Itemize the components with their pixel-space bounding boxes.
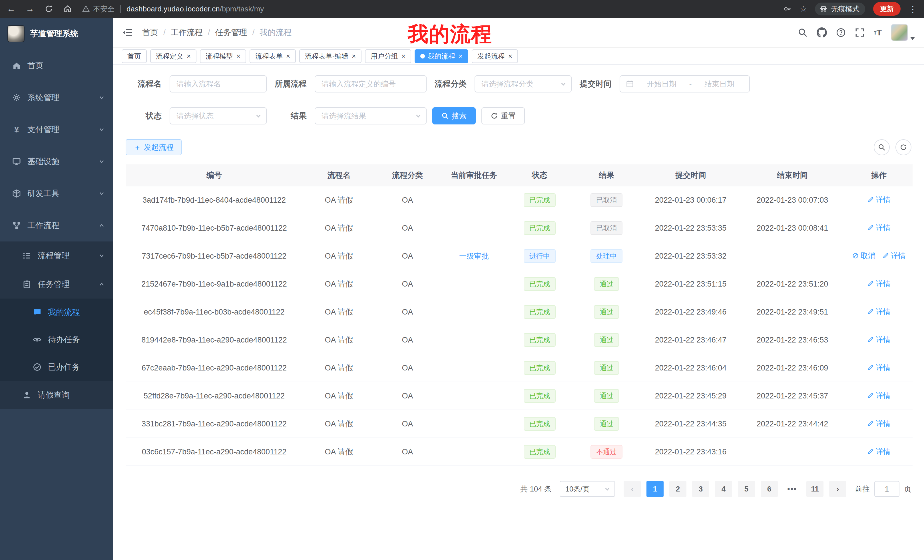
sidebar-item-done-tasks[interactable]: 已办任务 [0,353,113,381]
tab-3[interactable]: 流程模型× [200,49,246,63]
detail-action-link[interactable]: 详情 [867,335,891,345]
tab-close-icon[interactable]: × [508,53,512,60]
tab-8[interactable]: 发起流程× [472,49,518,63]
tab-close-icon[interactable]: × [459,53,463,60]
detail-action-link[interactable]: 详情 [882,251,906,261]
result-select[interactable]: 请选择流结果 [315,107,427,124]
cell-task [440,186,508,214]
tab-5[interactable]: 流程表单-编辑× [299,49,362,63]
github-icon[interactable] [817,27,827,38]
detail-action-link[interactable]: 详情 [867,447,891,457]
tab-4[interactable]: 流程表单× [249,49,296,63]
tab-7[interactable]: 我的流程× [415,49,468,63]
address-bar[interactable]: 不安全 dashboard.yudao.iocoder.cn/bpm/task/… [82,4,264,14]
detail-action-link[interactable]: 详情 [867,279,891,289]
detail-action-link[interactable]: 详情 [867,223,891,233]
monitor-icon [11,156,22,167]
cell-submit-time: 2022-01-22 23:51:15 [642,270,740,298]
tab-close-icon[interactable]: × [402,53,405,60]
detail-action-link[interactable]: 详情 [867,307,891,317]
process-name-input[interactable] [170,75,267,93]
breadcrumb-item[interactable]: 工作流程 [171,27,203,38]
detail-action-link[interactable]: 详情 [867,419,891,429]
sidebar-item-todo-tasks[interactable]: 待办任务 [0,326,113,353]
tabs-bar: 首页流程定义×流程模型×流程表单×流程表单-编辑×用户分组×我的流程×发起流程× [113,48,924,65]
pagination-more-icon[interactable]: ••• [783,485,801,494]
sidebar-item-workflow[interactable]: 工作流程 [0,210,113,241]
browser-update-button[interactable]: 更新 [873,2,901,16]
user-menu[interactable] [891,24,915,41]
cell-actions: 详情 [845,326,913,354]
search-button[interactable]: 搜索 [432,107,476,124]
tab-close-icon[interactable]: × [187,53,191,60]
app-logo[interactable]: 芋道管理系统 [0,18,113,49]
result-badge: 处理中 [591,249,622,263]
reset-button[interactable]: 重置 [482,107,525,124]
pagination-page-11[interactable]: 11 [806,481,824,497]
detail-action-link[interactable]: 详情 [867,363,891,373]
search-icon [441,112,449,120]
sidebar-item-process-management[interactable]: 流程管理 [0,241,113,270]
pagination-page-5[interactable]: 5 [738,481,755,497]
tab-close-icon[interactable]: × [236,53,240,60]
tab-2[interactable]: 流程定义× [150,49,196,63]
tab-close-icon[interactable]: × [286,53,290,60]
browser-reload-icon[interactable] [45,4,53,13]
fullscreen-icon[interactable] [855,28,865,37]
password-key-icon[interactable] [783,4,792,13]
browser-home-icon[interactable] [63,4,72,13]
pagination-page-2[interactable]: 2 [669,481,686,497]
hamburger-icon[interactable] [122,28,133,37]
bookmark-star-icon[interactable]: ☆ [800,4,807,14]
sidebar-item-devtools[interactable]: 研发工具 [0,178,113,210]
cell-submit-time: 2022-01-22 23:49:46 [642,298,740,326]
browser-menu-icon[interactable]: ⋮ [909,4,917,14]
action-label: 详情 [876,419,891,429]
detail-icon [867,280,874,287]
pagination-page-1[interactable]: 1 [646,481,664,497]
goto-page-input[interactable] [874,481,900,497]
detail-action-link[interactable]: 详情 [867,391,891,401]
browser-forward-icon[interactable]: → [26,4,34,14]
breadcrumb-item[interactable]: 任务管理 [215,27,247,38]
column-header: 流程名 [303,165,375,186]
category-select[interactable]: 请选择流程分类 [475,75,572,93]
tab-close-icon[interactable]: × [352,53,356,60]
pagination-prev-button[interactable]: ‹ [624,481,641,497]
cancel-action-link[interactable]: 取消 [852,251,876,261]
result-badge: 已取消 [591,193,622,207]
sidebar-item-home[interactable]: 首页 [0,49,113,82]
task-link[interactable]: 一级审批 [459,252,489,260]
page-size-select[interactable]: 10条/页 [560,481,615,497]
breadcrumb-item[interactable]: 首页 [142,27,158,38]
pagination-page-3[interactable]: 3 [692,481,709,497]
avatar[interactable] [891,24,908,41]
pagination-page-4[interactable]: 4 [715,481,732,497]
status-select[interactable]: 请选择状态 [170,107,267,124]
filter-row-1: 流程名 所属流程 流程分类 请选择流程分类 提交时间 [126,75,911,93]
table-row: 819442e8-7b9a-11ec-a290-acde48001122OA 请… [126,326,913,354]
sidebar-item-my-process[interactable]: 我的流程 [0,298,113,326]
cell-result: 通过 [571,382,642,410]
toggle-search-button[interactable] [874,139,890,155]
create-process-button[interactable]: ＋ 发起流程 [126,139,182,155]
font-size-icon[interactable]: тT [874,28,882,37]
browser-back-icon[interactable]: ← [7,4,15,14]
search-icon[interactable] [798,28,807,37]
tab-6[interactable]: 用户分组× [365,49,411,63]
submit-time-range[interactable]: 开始日期 - 结束日期 [620,75,750,93]
pagination-next-button[interactable]: › [829,481,846,497]
detail-action-link[interactable]: 详情 [867,195,891,205]
action-label: 详情 [876,335,891,345]
table-row: 3ad174fb-7b9d-11ec-8404-acde48001122OA 请… [126,186,913,214]
sidebar-item-leave-query[interactable]: 请假查询 [0,381,113,409]
help-icon[interactable] [836,28,846,37]
pagination-page-6[interactable]: 6 [760,481,778,497]
tab-1[interactable]: 首页 [122,49,147,63]
sidebar-item-infrastructure[interactable]: 基础设施 [0,145,113,178]
refresh-table-button[interactable] [896,139,911,155]
sidebar-item-task-management[interactable]: 任务管理 [0,270,113,298]
sidebar-item-payment[interactable]: ¥ 支付管理 [0,114,113,145]
process-def-input[interactable] [315,75,427,93]
sidebar-item-system[interactable]: 系统管理 [0,82,113,114]
